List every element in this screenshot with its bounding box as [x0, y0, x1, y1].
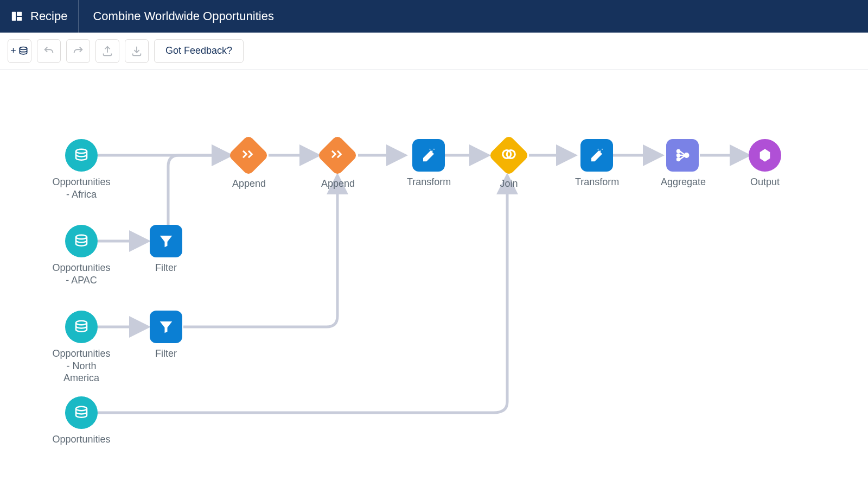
- redo-icon: [72, 45, 84, 57]
- node-label: Opportunities- NorthAmerica: [49, 348, 114, 384]
- download-button[interactable]: [125, 39, 149, 63]
- upload-icon: [101, 45, 113, 57]
- node-transform-1[interactable]: Transform: [407, 139, 450, 188]
- node-filter-1[interactable]: Filter: [150, 225, 182, 274]
- node-source-na[interactable]: Opportunities- NorthAmerica: [49, 311, 114, 384]
- node-append-2[interactable]: Append: [321, 141, 354, 190]
- node-join[interactable]: Join: [493, 141, 525, 190]
- svg-point-13: [599, 150, 601, 152]
- node-label: Opportunities- Africa: [49, 176, 114, 200]
- svg-rect-2: [17, 17, 22, 21]
- svg-point-19: [685, 153, 689, 157]
- node-transform-2[interactable]: Transform: [575, 139, 618, 188]
- node-source-apac[interactable]: Opportunities- APAC: [49, 225, 114, 286]
- svg-point-3: [20, 47, 27, 49]
- svg-point-10: [430, 149, 431, 150]
- svg-point-8: [431, 150, 433, 152]
- download-icon: [131, 45, 143, 57]
- node-label: Append: [321, 178, 354, 190]
- node-label: Opportunities- APAC: [49, 262, 114, 286]
- top-bar-section: Recipe: [0, 0, 79, 33]
- node-label: Transform: [407, 176, 450, 188]
- flow-canvas[interactable]: Opportunities- Africa Opportunities- APA…: [0, 70, 868, 498]
- top-bar: Recipe Combine Worldwide Opportunities: [0, 0, 868, 33]
- section-label: Recipe: [30, 9, 67, 23]
- add-data-button[interactable]: +: [8, 39, 31, 63]
- svg-point-16: [677, 150, 680, 153]
- node-label: Join: [493, 178, 525, 190]
- svg-point-5: [76, 235, 87, 239]
- svg-point-9: [433, 149, 435, 150]
- node-label: Filter: [150, 262, 182, 274]
- svg-point-15: [598, 149, 599, 150]
- node-label: Filter: [150, 348, 182, 360]
- node-source-opportunities[interactable]: Opportunities: [49, 396, 114, 446]
- node-label: Output: [749, 176, 781, 188]
- node-label: Opportunities: [49, 433, 114, 446]
- page-title: Combine Worldwide Opportunities: [79, 9, 273, 23]
- undo-button[interactable]: [37, 39, 61, 63]
- node-output[interactable]: Output: [749, 139, 781, 188]
- svg-rect-1: [17, 12, 22, 16]
- svg-point-14: [602, 149, 603, 150]
- node-label: Append: [232, 178, 265, 190]
- node-aggregate[interactable]: Aggregate: [661, 139, 704, 188]
- feedback-button[interactable]: Got Feedback?: [154, 39, 244, 63]
- node-filter-2[interactable]: Filter: [150, 311, 182, 360]
- recipe-icon: [11, 10, 23, 22]
- undo-icon: [43, 45, 55, 57]
- redo-button[interactable]: [66, 39, 90, 63]
- svg-point-7: [76, 407, 87, 411]
- toolbar: + Got Feedback?: [0, 33, 868, 70]
- svg-point-18: [677, 154, 680, 157]
- node-source-africa[interactable]: Opportunities- Africa: [49, 139, 114, 200]
- svg-point-4: [76, 149, 87, 154]
- connectors: [0, 70, 868, 498]
- node-append-1[interactable]: Append: [232, 141, 265, 190]
- node-label: Aggregate: [661, 176, 704, 188]
- node-label: Transform: [575, 176, 618, 188]
- svg-point-6: [76, 321, 87, 325]
- svg-rect-0: [12, 12, 16, 21]
- svg-point-17: [677, 158, 680, 161]
- add-icon: +: [10, 45, 29, 56]
- upload-button[interactable]: [95, 39, 119, 63]
